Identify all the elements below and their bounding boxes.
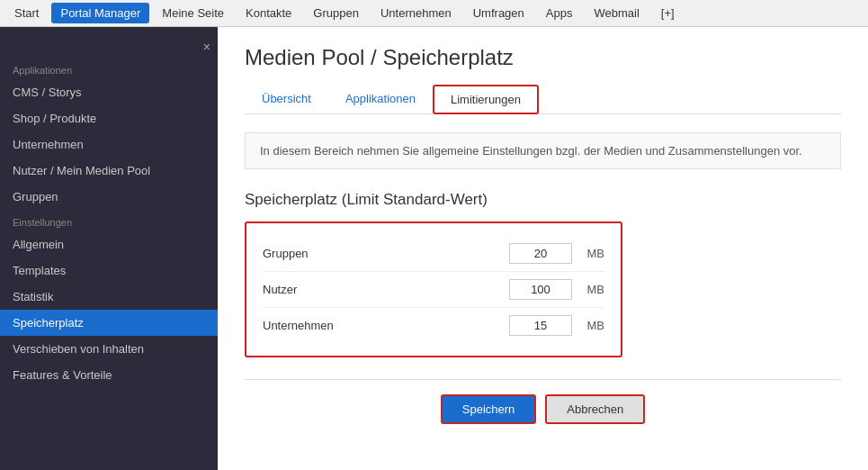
sidebar-section-applikationen: Applikationen [0, 58, 218, 79]
divider [245, 379, 841, 380]
sidebar-item-unternehmen[interactable]: Unternehmen [0, 131, 218, 158]
sidebar-item-features[interactable]: Features & Vorteile [0, 362, 218, 388]
tab-applikationen[interactable]: Applikationen [328, 85, 433, 114]
storage-form: Gruppen MB Nutzer MB Unternehmen MB [245, 221, 622, 357]
info-text: In diesem Bereich nehmen Sie allgemeine … [260, 144, 802, 158]
section-title: Speicherplatz (Limit Standard-Wert) [245, 191, 841, 209]
storage-label-gruppen: Gruppen [263, 247, 509, 260]
nav-plus[interactable]: [+] [652, 3, 684, 23]
storage-unit-nutzer: MB [577, 283, 604, 296]
storage-unit-gruppen: MB [577, 247, 604, 260]
nav-unternehmen[interactable]: Unternehmen [371, 3, 461, 23]
nav-umfragen[interactable]: Umfragen [464, 3, 533, 23]
sidebar-item-statistik[interactable]: Statistik [0, 284, 218, 310]
sidebar-item-templates[interactable]: Templates [0, 258, 218, 284]
sidebar-item-shop-produkte[interactable]: Shop / Produkte [0, 105, 218, 131]
sidebar-item-nutzer-medien-pool[interactable]: Nutzer / Mein Medien Pool [0, 158, 218, 184]
storage-row-nutzer: Nutzer MB [263, 272, 604, 308]
nav-webmail[interactable]: Webmail [585, 3, 648, 23]
nav-gruppen[interactable]: Gruppen [304, 3, 368, 23]
save-button[interactable]: Speichern [441, 394, 537, 424]
sidebar-item-verschieben[interactable]: Verschieben von Inhalten [0, 336, 218, 362]
tab-limitierungen[interactable]: Limitierungen [433, 85, 539, 114]
action-buttons: Speichern Abbrechen [245, 394, 841, 424]
storage-row-gruppen: Gruppen MB [263, 236, 604, 272]
storage-label-unternehmen: Unternehmen [263, 319, 509, 332]
tab-bar: Übersicht Applikationen Limitierungen [245, 85, 841, 114]
page-title: Medien Pool / Speicherplatz [245, 45, 841, 70]
storage-label-nutzer: Nutzer [263, 283, 509, 296]
cancel-button[interactable]: Abbrechen [545, 394, 645, 424]
main-content: Medien Pool / Speicherplatz Übersicht Ap… [218, 27, 868, 470]
storage-input-unternehmen[interactable] [509, 315, 572, 336]
nav-start[interactable]: Start [5, 3, 48, 23]
sidebar-item-speicherplatz[interactable]: Speicherplatz [0, 310, 218, 336]
nav-apps[interactable]: Apps [537, 3, 582, 23]
info-box: In diesem Bereich nehmen Sie allgemeine … [245, 132, 841, 169]
tab-ubersicht[interactable]: Übersicht [245, 85, 328, 114]
sidebar-close-button[interactable]: × [0, 36, 218, 58]
storage-row-unternehmen: Unternehmen MB [263, 308, 604, 343]
sidebar: × Applikationen CMS / Storys Shop / Prod… [0, 27, 218, 470]
close-icon: × [203, 40, 210, 54]
top-navigation: Start Portal Manager Meine Seite Kontakt… [0, 0, 868, 27]
storage-unit-unternehmen: MB [577, 319, 604, 332]
storage-input-nutzer[interactable] [509, 279, 572, 300]
sidebar-section-einstellungen: Einstellungen [0, 210, 218, 231]
nav-kontakte[interactable]: Kontakte [237, 3, 300, 23]
nav-meine-seite[interactable]: Meine Seite [153, 3, 233, 23]
sidebar-item-cms-storys[interactable]: CMS / Storys [0, 79, 218, 105]
nav-portal-manager[interactable]: Portal Manager [51, 3, 149, 23]
sidebar-item-gruppen[interactable]: Gruppen [0, 184, 218, 210]
storage-input-gruppen[interactable] [509, 243, 572, 264]
sidebar-item-allgemein[interactable]: Allgemein [0, 231, 218, 258]
